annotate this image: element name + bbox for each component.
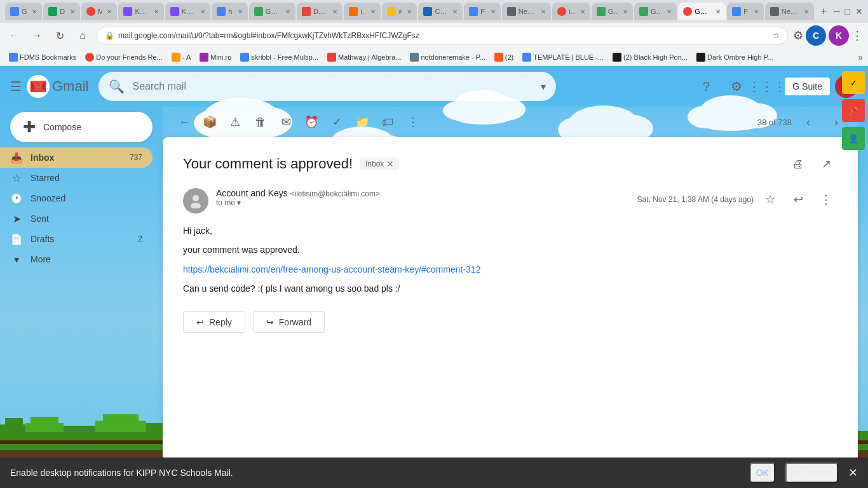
chrome-profile-icon[interactable]: C — [806, 25, 826, 46]
open-in-new-button[interactable]: ↗ — [815, 152, 837, 175]
more-actions-icon[interactable]: ⋮ — [851, 29, 863, 43]
tab-kv1[interactable]: KV K ✕ — [118, 3, 163, 20]
bookmark-blackpon[interactable]: (2) Black High Pon... — [609, 51, 691, 63]
search-dropdown-icon[interactable]: ▾ — [541, 81, 546, 93]
snoozed-label: Snoozed — [31, 193, 142, 203]
snooze-button[interactable]: ⏰ — [300, 111, 323, 133]
tab-new2[interactable]: New T ✕ — [765, 3, 815, 20]
settings-button[interactable]: ⚙ — [724, 74, 749, 99]
prev-email-button[interactable]: ‹ — [797, 111, 820, 133]
notification-bar: Enable desktop notifications for KIPP NY… — [0, 458, 868, 488]
tab-dx[interactable]: DX C ✕ — [297, 3, 343, 20]
notification-ok-button[interactable]: OK — [750, 463, 775, 483]
sender-info: Account and Keys <iletisim@bekcialimi.co… — [216, 188, 630, 207]
back-to-inbox-button[interactable]: ← — [173, 111, 196, 133]
bookmark-notdone[interactable]: notdoneremake - P... — [406, 51, 489, 63]
minimize-button[interactable]: ─ — [834, 6, 840, 17]
tab-kv2[interactable]: KV K ✕ — [165, 3, 210, 20]
bookmark-friends[interactable]: Do your Friends Re... — [81, 51, 166, 63]
back-button[interactable]: ← — [5, 27, 23, 44]
tab-gh[interactable]: Gh ht ✕ — [249, 3, 295, 20]
maximize-button[interactable]: □ — [845, 6, 850, 17]
tab-c[interactable]: C *C ✕ — [418, 3, 463, 20]
delete-button[interactable]: 🗑 — [249, 111, 272, 133]
forward-button[interactable]: ↪ Forward — [253, 311, 325, 333]
close-button[interactable]: ✕ — [855, 6, 863, 17]
address-bar[interactable]: 🔒 mail.google.com/mail/u/0/?tab=rm&ogbl#… — [97, 27, 788, 44]
tab-gmail[interactable]: Gmail ✕ — [678, 3, 726, 20]
bookmark-template[interactable]: TEMPLATE | BLUE -... — [519, 51, 607, 63]
labels-button[interactable]: 🏷 — [376, 111, 399, 133]
reply-quick-button[interactable]: ↩ — [787, 188, 810, 211]
google-contacts-button[interactable]: 👤 — [842, 127, 865, 150]
bookmarks-more-icon[interactable]: » — [858, 52, 863, 62]
bookmark-mathway[interactable]: Mathway | Algebra... — [323, 51, 405, 63]
more-toolbar-button[interactable]: ⋮ — [402, 111, 424, 133]
apps-button[interactable]: ⋮⋮⋮ — [754, 74, 780, 99]
forward-button[interactable]: → — [28, 27, 46, 44]
tab-fr1[interactable]: Fr ✕ — [464, 3, 501, 20]
sidebar-item-drafts[interactable]: 📄 Drafts 2 — [0, 229, 153, 249]
google-keep-button[interactable]: 📌 — [842, 99, 865, 122]
sidebar: ✚ Compose 📥 Inbox 737 ☆ Starred 🕐 Snooze… — [0, 107, 163, 488]
tab-goc[interactable]: Go f ✕ — [634, 3, 677, 20]
reply-button[interactable]: ↩ Reply — [183, 311, 245, 333]
gmail-body: ✚ Compose 📥 Inbox 737 ☆ Starred 🕐 Snooze… — [0, 107, 868, 488]
tab-ih[interactable]: iH ✕ — [344, 3, 381, 20]
email-subject: Your comment is approved! — [183, 156, 353, 172]
tab-gl[interactable]: Gl ✕ — [5, 3, 42, 20]
report-spam-button[interactable]: ⚠ — [224, 111, 247, 133]
sidebar-item-more[interactable]: ▾ More — [0, 249, 153, 269]
refresh-button[interactable]: ↻ — [51, 27, 69, 44]
google-tasks-button[interactable]: ✓ — [842, 71, 865, 94]
new-tab-button[interactable]: + — [815, 3, 832, 20]
address-bar-icons: ☆ — [773, 31, 780, 40]
tab-m[interactable]: M ✕ — [81, 3, 118, 20]
notification-close-button[interactable]: ✕ — [848, 466, 858, 480]
move-to-button[interactable]: 📁 — [351, 111, 374, 133]
to-me-field[interactable]: to me ▾ — [216, 198, 630, 207]
hamburger-menu[interactable]: ☰ — [10, 79, 22, 94]
search-bar[interactable]: 🔍 ▾ — [98, 72, 556, 101]
sidebar-item-starred[interactable]: ☆ Starred — [0, 168, 153, 188]
bookmark-star-icon[interactable]: ☆ — [773, 31, 780, 40]
tab-fr2[interactable]: Fr ✕ — [727, 3, 764, 20]
compose-button[interactable]: ✚ Compose — [10, 112, 153, 142]
archive-button[interactable]: 📦 — [198, 111, 221, 133]
mark-unread-button[interactable]: ✉ — [275, 111, 297, 133]
tab-di[interactable]: Di ✕ — [43, 3, 80, 20]
sidebar-item-sent[interactable]: ➤ Sent — [0, 208, 153, 229]
browser-chrome: Gl ✕ Di ✕ M ✕ KV K ✕ KV K ✕ ht ✕ — [0, 0, 868, 66]
gsuite-button[interactable]: G Suite — [785, 78, 830, 95]
star-email-button[interactable]: ☆ — [759, 188, 782, 211]
print-button[interactable]: 🖨 — [787, 152, 810, 175]
bookmark-a[interactable]: - A — [168, 51, 194, 63]
bookmark-skribbl[interactable]: skribbl - Free Multip... — [236, 51, 322, 63]
tab-new1[interactable]: New T ✕ — [502, 3, 552, 20]
notification-no-thanks-button[interactable]: No thanks — [785, 463, 838, 483]
email-actions-right: 🖨 ↗ — [787, 152, 837, 175]
sidebar-item-inbox[interactable]: 📥 Inbox 737 — [0, 147, 153, 168]
header-actions: ? ⚙ ⋮⋮⋮ G Suite J — [693, 74, 858, 99]
sidebar-item-snoozed[interactable]: 🕐 Snoozed — [0, 188, 153, 208]
tab-if[interactable]: i F ✕ — [552, 3, 590, 20]
tab-w[interactable]: w ✕ — [382, 3, 417, 20]
tab-ht1[interactable]: ht ✕ — [212, 3, 248, 20]
search-input[interactable] — [132, 81, 533, 92]
bookmark-2[interactable]: (2) — [491, 51, 517, 63]
bookmark-mini[interactable]: Mini.ro — [196, 51, 235, 63]
bookmark-notdone-label: notdoneremake - P... — [421, 53, 485, 61]
home-button[interactable]: ⌂ — [74, 27, 92, 44]
more-email-button[interactable]: ⋮ — [815, 188, 837, 211]
bookmark-darkombre[interactable]: Dark Ombre High P... — [693, 51, 777, 63]
chrome-profile2-icon[interactable]: K — [829, 25, 849, 46]
tag-close-icon[interactable]: ✕ — [386, 159, 394, 169]
help-button[interactable]: ? — [693, 74, 719, 99]
extensions-icon[interactable]: ⚙ — [793, 29, 803, 43]
add-to-tasks-button[interactable]: ✓ — [325, 111, 348, 133]
email-link[interactable]: https://bekcialimi.com/en/free-among-us-… — [183, 264, 480, 274]
tab-go[interactable]: G tr ✕ — [592, 3, 633, 20]
gmail-logo-text: Gmail — [52, 78, 88, 95]
reply-label: Reply — [209, 317, 232, 327]
bookmark-fdms[interactable]: FDMS Bookmarks — [5, 51, 80, 63]
